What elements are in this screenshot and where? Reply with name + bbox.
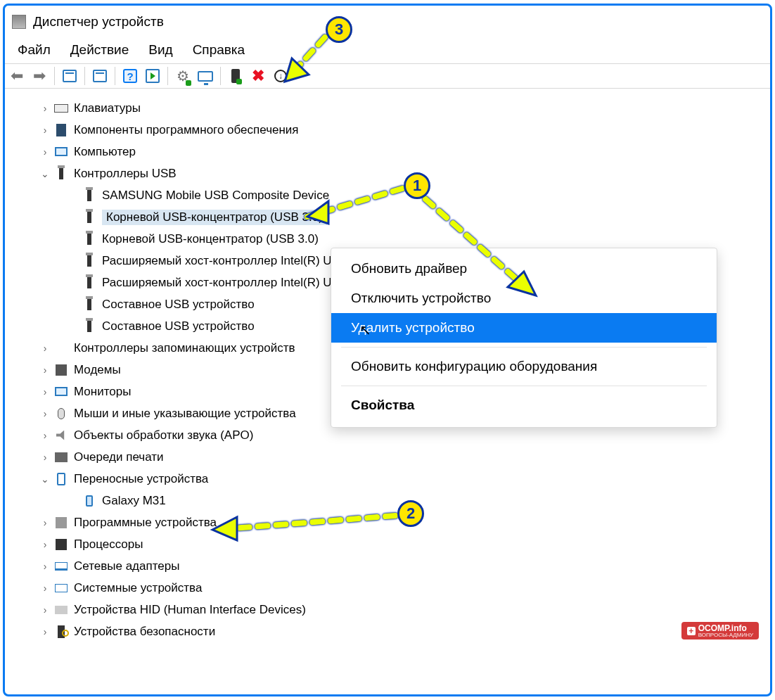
menu-bar: Файл Действие Вид Справка bbox=[5, 37, 770, 63]
device-icon bbox=[54, 603, 68, 617]
ctx-rescan[interactable]: Обновить конфигурацию оборудования bbox=[331, 352, 717, 381]
add-legacy-button[interactable] bbox=[226, 67, 245, 85]
help-button[interactable]: ? bbox=[121, 67, 139, 85]
annotation-badge-2: 2 bbox=[397, 500, 424, 527]
expand-icon[interactable]: › bbox=[39, 430, 51, 441]
tree-row[interactable]: ›Компьютер bbox=[5, 141, 770, 163]
expand-icon[interactable]: › bbox=[39, 517, 51, 528]
device-icon bbox=[54, 363, 68, 377]
tree-item-label: Процессоры bbox=[74, 537, 143, 552]
device-icon bbox=[82, 189, 96, 203]
tree-row[interactable]: ›Устройства безопасности bbox=[5, 621, 770, 642]
tree-row[interactable]: ⌄Контроллеры USB bbox=[5, 163, 770, 184]
tree-row[interactable]: ›Сетевые адаптеры bbox=[5, 555, 770, 577]
expand-icon[interactable]: › bbox=[39, 452, 51, 463]
app-icon bbox=[12, 15, 26, 29]
expand-icon[interactable]: › bbox=[39, 604, 51, 616]
collapse-icon[interactable]: ⌄ bbox=[39, 168, 51, 179]
device-icon bbox=[82, 232, 96, 246]
expand-icon[interactable]: › bbox=[39, 343, 51, 354]
ctx-remove-label: Удалить устройство bbox=[351, 320, 475, 335]
tree-item-label: Мониторы bbox=[74, 385, 131, 399]
tree-item-label: Системные устройства bbox=[74, 581, 202, 595]
ctx-separator bbox=[341, 347, 707, 348]
menu-view[interactable]: Вид bbox=[148, 42, 172, 58]
show-hidden-button[interactable] bbox=[60, 67, 79, 85]
tree-item-label: Компьютер bbox=[74, 145, 136, 159]
device-icon bbox=[54, 101, 68, 115]
device-icon bbox=[54, 123, 68, 137]
expand-icon[interactable]: › bbox=[39, 583, 51, 594]
tree-row[interactable]: Корневой USB-концентратор (USB 3.0) bbox=[5, 228, 770, 250]
ctx-remove-device[interactable]: Удалить устройство ↖ bbox=[331, 313, 717, 343]
tree-row[interactable]: Корневой USB-концентратор (USB 3.0) bbox=[5, 206, 770, 228]
device-icon bbox=[54, 428, 68, 443]
watermark-sub: ВОПРОСЫ-АДМИНУ bbox=[698, 632, 753, 638]
refresh-button[interactable] bbox=[143, 67, 162, 85]
ctx-separator bbox=[341, 386, 707, 386]
plus-icon: + bbox=[687, 627, 696, 635]
tree-item-label: Сетевые адаптеры bbox=[74, 559, 179, 573]
expand-icon[interactable]: › bbox=[39, 539, 51, 550]
menu-action[interactable]: Действие bbox=[70, 42, 129, 58]
ctx-update-driver[interactable]: Обновить драйвер bbox=[331, 254, 717, 284]
tree-item-label: Составное USB устройство bbox=[102, 319, 255, 333]
collapse-icon[interactable]: ⌄ bbox=[39, 473, 51, 485]
back-button[interactable]: ⬅ bbox=[8, 67, 26, 85]
tree-item-label: Компоненты программного обеспечения bbox=[74, 123, 299, 137]
disable-button[interactable]: ↓ bbox=[271, 67, 290, 85]
tree-item-label: Galaxy M31 bbox=[102, 494, 166, 508]
expand-icon[interactable]: › bbox=[39, 626, 51, 637]
expand-icon[interactable]: › bbox=[39, 103, 51, 114]
watermark: + OCOMP.info ВОПРОСЫ-АДМИНУ bbox=[681, 622, 759, 639]
expand-icon[interactable]: › bbox=[39, 408, 51, 419]
device-icon bbox=[82, 494, 96, 508]
tree-row[interactable]: ⌄Переносные устройства bbox=[5, 468, 770, 490]
menu-help[interactable]: Справка bbox=[193, 42, 245, 58]
toolbar: ⬅ ➡ ? ⚙ ✖ ↓ bbox=[5, 63, 770, 89]
update-driver-button[interactable]: ⚙ bbox=[174, 67, 192, 85]
tree-row[interactable]: ›Системные устройства bbox=[5, 577, 770, 599]
ctx-properties[interactable]: Свойства bbox=[331, 390, 717, 420]
tree-item-label: Устройства HID (Human Interface Devices) bbox=[74, 603, 306, 617]
tree-item-label: Мыши и иные указывающие устройства bbox=[74, 407, 296, 421]
device-icon bbox=[54, 537, 68, 552]
tree-row[interactable]: ›Компоненты программного обеспечения bbox=[5, 119, 770, 141]
properties-button[interactable] bbox=[91, 67, 109, 85]
device-icon bbox=[54, 581, 68, 595]
expand-icon[interactable]: › bbox=[39, 386, 51, 397]
tree-item-label: Клавиатуры bbox=[74, 101, 141, 115]
ctx-disable-device[interactable]: Отключить устройство bbox=[331, 284, 717, 313]
tree-item-label: Расширяемый хост-контроллер Intel(R) USB… bbox=[102, 276, 368, 290]
tree-item-label: Объекты обработки звука (APO) bbox=[74, 428, 253, 443]
tree-item-label: Корневой USB-концентратор (USB 3.0) bbox=[102, 232, 319, 246]
tree-row[interactable]: ›Процессоры bbox=[5, 533, 770, 555]
device-icon bbox=[54, 167, 68, 181]
device-icon bbox=[82, 210, 96, 224]
forward-button[interactable]: ➡ bbox=[30, 67, 49, 85]
device-icon bbox=[82, 276, 96, 290]
window-frame: Диспетчер устройств Файл Действие Вид Сп… bbox=[3, 4, 772, 696]
device-icon bbox=[82, 254, 96, 268]
context-menu: Обновить драйвер Отключить устройство Уд… bbox=[331, 248, 717, 428]
annotation-badge-1: 1 bbox=[404, 172, 430, 199]
tree-row[interactable]: ›Программные устройства bbox=[5, 511, 770, 533]
tree-row[interactable]: SAMSUNG Mobile USB Composite Device bbox=[5, 184, 770, 206]
tree-row[interactable]: ›Устройства HID (Human Interface Devices… bbox=[5, 599, 770, 621]
expand-icon[interactable]: › bbox=[39, 146, 51, 158]
tree-row[interactable]: ›Очереди печати bbox=[5, 446, 770, 468]
tree-item-label: Контроллеры USB bbox=[74, 167, 177, 181]
expand-icon[interactable]: › bbox=[39, 125, 51, 136]
scan-hardware-button[interactable] bbox=[196, 67, 214, 85]
tree-item-label: Очереди печати bbox=[74, 450, 164, 464]
expand-icon[interactable]: › bbox=[39, 364, 51, 376]
expand-icon[interactable]: › bbox=[39, 561, 51, 572]
tree-item-label: SAMSUNG Mobile USB Composite Device bbox=[102, 189, 329, 203]
tree-item-label: Корневой USB-концентратор (USB 3.0) bbox=[106, 210, 323, 224]
menu-file[interactable]: Файл bbox=[18, 42, 51, 58]
device-icon bbox=[54, 407, 68, 421]
tree-item-label: Программные устройства bbox=[74, 516, 217, 530]
uninstall-button[interactable]: ✖ bbox=[249, 67, 267, 85]
tree-row[interactable]: Galaxy M31 bbox=[5, 490, 770, 511]
tree-row[interactable]: ›Клавиатуры bbox=[5, 97, 770, 119]
